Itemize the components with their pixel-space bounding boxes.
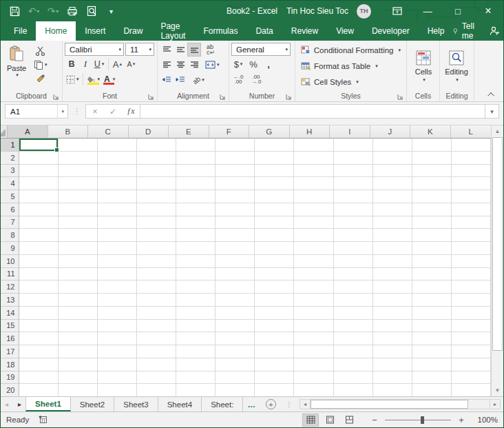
cell-L4[interactable] bbox=[452, 177, 491, 190]
cell-E7[interactable] bbox=[176, 216, 216, 230]
cell-J1[interactable] bbox=[373, 139, 412, 152]
cell-L9[interactable] bbox=[452, 242, 491, 255]
editing-button[interactable]: Editing ▾ bbox=[442, 43, 471, 87]
cell-H12[interactable] bbox=[294, 281, 333, 294]
save-button[interactable] bbox=[6, 2, 23, 20]
cell-J9[interactable] bbox=[373, 242, 412, 255]
macro-record-button[interactable] bbox=[39, 416, 48, 424]
cell-A20[interactable] bbox=[19, 384, 59, 396]
cell-F2[interactable] bbox=[216, 152, 255, 165]
cell-B11[interactable] bbox=[59, 268, 98, 281]
cell-L15[interactable] bbox=[452, 320, 491, 333]
cell-H10[interactable] bbox=[294, 255, 333, 268]
cell-B2[interactable] bbox=[59, 152, 98, 165]
cell-A7[interactable] bbox=[19, 216, 59, 230]
cell-I15[interactable] bbox=[334, 320, 373, 333]
row-header-8[interactable]: 8 bbox=[1, 229, 19, 242]
zoom-slider-thumb[interactable] bbox=[421, 416, 424, 424]
font-color-button[interactable]: A ▾ bbox=[101, 72, 116, 86]
cell-G6[interactable] bbox=[255, 203, 294, 216]
select-all-corner[interactable] bbox=[1, 125, 8, 138]
cell-H19[interactable] bbox=[294, 371, 333, 385]
align-left-button[interactable] bbox=[160, 58, 174, 72]
row-header-4[interactable]: 4 bbox=[1, 177, 19, 190]
cell-J20[interactable] bbox=[373, 384, 412, 396]
column-header-C[interactable]: C bbox=[88, 125, 129, 138]
minimize-button[interactable]: — bbox=[412, 1, 443, 21]
cell-E10[interactable] bbox=[176, 255, 216, 268]
cell-E13[interactable] bbox=[176, 294, 216, 307]
cell-I7[interactable] bbox=[334, 216, 373, 230]
cell-L13[interactable] bbox=[452, 294, 491, 307]
cell-G4[interactable] bbox=[255, 177, 294, 190]
cell-J18[interactable] bbox=[373, 358, 412, 371]
cell-D16[interactable] bbox=[137, 332, 176, 345]
borders-button[interactable]: ▾ bbox=[65, 72, 81, 86]
cell-A19[interactable] bbox=[19, 371, 59, 385]
cell-E2[interactable] bbox=[176, 152, 216, 165]
cell-G16[interactable] bbox=[255, 332, 294, 345]
number-dialog-launcher[interactable] bbox=[286, 92, 293, 99]
cell-C1[interactable] bbox=[98, 139, 137, 152]
sheet-tab-sheet1[interactable]: Sheet1 bbox=[25, 397, 71, 411]
cell-A5[interactable] bbox=[19, 190, 59, 203]
cell-A1[interactable] bbox=[19, 139, 59, 152]
orientation-button[interactable]: ab▾ bbox=[191, 73, 206, 87]
column-header-F[interactable]: F bbox=[209, 125, 250, 138]
cell-D12[interactable] bbox=[137, 281, 176, 294]
confirm-entry-button[interactable]: ✓ bbox=[104, 105, 122, 118]
tab-page-layout[interactable]: Page Layout bbox=[151, 21, 194, 41]
cell-H1[interactable] bbox=[294, 139, 333, 152]
bold-button[interactable]: B bbox=[65, 57, 78, 71]
cell-G14[interactable] bbox=[255, 307, 294, 320]
cell-F10[interactable] bbox=[216, 255, 255, 268]
cell-B14[interactable] bbox=[59, 307, 98, 320]
cell-G12[interactable] bbox=[255, 281, 294, 294]
cell-K16[interactable] bbox=[412, 332, 452, 345]
cell-B7[interactable] bbox=[59, 216, 98, 230]
zoom-out-button[interactable]: − bbox=[370, 415, 379, 425]
column-header-I[interactable]: I bbox=[330, 125, 370, 138]
cell-C10[interactable] bbox=[98, 255, 137, 268]
cell-J7[interactable] bbox=[373, 216, 412, 230]
user-avatar[interactable]: TH bbox=[357, 4, 371, 19]
cell-C11[interactable] bbox=[98, 268, 137, 281]
tell-me-button[interactable]: Tell me bbox=[453, 21, 477, 41]
cell-F17[interactable] bbox=[216, 345, 255, 358]
sheet-tab-sheet[interactable]: Sheet: bbox=[202, 397, 243, 411]
format-painter-button[interactable] bbox=[32, 72, 50, 85]
cell-C6[interactable] bbox=[98, 203, 137, 216]
tab-review[interactable]: Review bbox=[282, 21, 327, 41]
row-header-14[interactable]: 14 bbox=[1, 307, 19, 320]
row-header-10[interactable]: 10 bbox=[1, 255, 19, 268]
increase-indent-button[interactable] bbox=[174, 73, 187, 87]
cell-H17[interactable] bbox=[294, 345, 333, 358]
zoom-slider[interactable] bbox=[385, 420, 451, 420]
row-header-16[interactable]: 16 bbox=[1, 332, 19, 345]
row-header-7[interactable]: 7 bbox=[1, 216, 19, 230]
cell-A10[interactable] bbox=[19, 255, 59, 268]
name-box[interactable]: A1 ▾ bbox=[5, 104, 68, 119]
cell-F15[interactable] bbox=[216, 320, 255, 333]
cell-D10[interactable] bbox=[137, 255, 176, 268]
cell-K19[interactable] bbox=[412, 371, 452, 385]
scroll-down-button[interactable]: ▼ bbox=[492, 385, 503, 396]
horizontal-scroll-track[interactable] bbox=[311, 399, 490, 409]
cell-C15[interactable] bbox=[98, 320, 137, 333]
cell-H6[interactable] bbox=[294, 203, 333, 216]
cell-A6[interactable] bbox=[19, 203, 59, 216]
cell-I16[interactable] bbox=[334, 332, 373, 345]
cell-J5[interactable] bbox=[373, 190, 412, 203]
cell-J15[interactable] bbox=[373, 320, 412, 333]
column-header-A[interactable]: A bbox=[8, 125, 48, 138]
italic-button[interactable]: I bbox=[78, 57, 92, 71]
cell-J6[interactable] bbox=[373, 203, 412, 216]
cell-L1[interactable] bbox=[452, 139, 491, 152]
cell-F16[interactable] bbox=[216, 332, 255, 345]
expand-formula-bar-button[interactable]: ▾ bbox=[485, 104, 499, 119]
cell-G13[interactable] bbox=[255, 294, 294, 307]
cell-L11[interactable] bbox=[452, 268, 491, 281]
cell-I1[interactable] bbox=[334, 139, 373, 152]
cell-E9[interactable] bbox=[176, 242, 216, 255]
column-header-J[interactable]: J bbox=[370, 125, 411, 138]
